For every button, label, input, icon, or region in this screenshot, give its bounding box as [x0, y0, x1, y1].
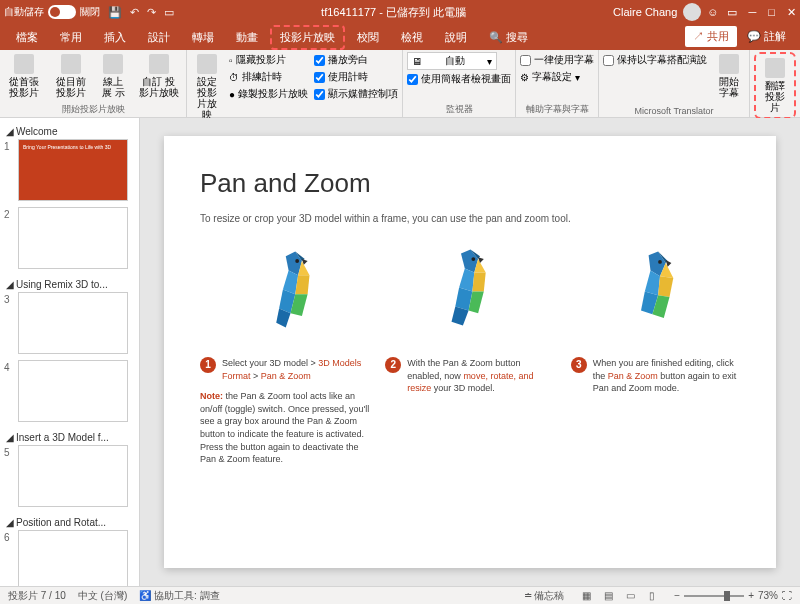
zoom-out-icon[interactable]: − [674, 590, 680, 601]
user-area[interactable]: Claire Chang ☺ [613, 3, 718, 21]
section-header[interactable]: ◢ Welcome [4, 122, 135, 139]
parrot-3d-model-1[interactable] [243, 242, 338, 337]
ribbon-tabs: 檔案 常用 插入 設計 轉場 動畫 投影片放映 校閱 檢視 說明 🔍 搜尋 ↗ … [0, 24, 800, 50]
save-icon[interactable]: 💾 [108, 6, 122, 19]
setup-button[interactable]: 設定 投影片放映 [191, 52, 223, 122]
reading-view-icon[interactable]: ▭ [620, 589, 640, 603]
slide-thumb-4[interactable] [18, 360, 128, 422]
window-controls: ▭ ─ □ ✕ [727, 6, 796, 19]
thumb-num: 5 [4, 445, 14, 458]
parrot-3d-model-2[interactable] [423, 242, 518, 337]
slide-thumb-3[interactable] [18, 292, 128, 354]
normal-view-icon[interactable]: ▦ [576, 589, 596, 603]
thumb-num: 6 [4, 530, 14, 543]
tab-insert[interactable]: 插入 [94, 25, 136, 50]
parrot-3d-model-3[interactable] [603, 242, 698, 337]
autosave-toggle[interactable]: 自動儲存 關閉 [4, 5, 100, 19]
ribbon-options-icon[interactable]: ▭ [727, 6, 737, 19]
present-online-button[interactable]: 線上展 示 [97, 52, 129, 100]
thumb-num: 4 [4, 360, 14, 373]
slide-counter[interactable]: 投影片 7 / 10 [8, 589, 66, 603]
tab-search[interactable]: 🔍 搜尋 [479, 25, 538, 50]
window-title: tf16411177 - 已儲存到 此電腦 [174, 5, 613, 20]
ribbon-group-translator: 保持以字幕搭配演說 開始 字幕 Microsoft Translator [599, 50, 750, 117]
play-current-icon [61, 54, 81, 74]
thumb-num: 3 [4, 292, 14, 305]
monitor-select[interactable]: 🖥自動▾ [407, 52, 497, 70]
section-header[interactable]: ◢ Position and Rotat... [4, 513, 135, 530]
ribbon-group-setup: 設定 投影片放映 ▫ 隱藏投影片 ⏱ 排練計時 ● 錄製投影片放映 播放旁白 使… [187, 50, 403, 117]
parrot-images [200, 242, 740, 337]
tab-design[interactable]: 設計 [138, 25, 180, 50]
slide-subtitle[interactable]: To resize or crop your 3D model within a… [200, 213, 740, 224]
zoom-slider[interactable] [684, 595, 744, 597]
toggle-switch[interactable] [48, 5, 76, 19]
group-label: 監視器 [407, 102, 511, 116]
tab-slideshow[interactable]: 投影片放映 [270, 25, 345, 50]
slideshow-view-icon[interactable]: ▯ [642, 589, 662, 603]
start-icon[interactable]: ▭ [164, 6, 174, 19]
language-indicator[interactable]: 中文 (台灣) [78, 589, 127, 603]
thumb-num: 1 [4, 139, 14, 152]
notes-button[interactable]: ≐ 備忘稿 [524, 589, 565, 603]
hide-slide-button[interactable]: ▫ 隱藏投影片 [229, 52, 308, 68]
slide-editor[interactable]: Pan and Zoom To resize or crop your 3D m… [140, 118, 800, 586]
tab-review[interactable]: 校閱 [347, 25, 389, 50]
comments-button[interactable]: 💬 註解 [739, 26, 794, 47]
ribbon-group-captions: 一律使用字幕 ⚙ 字幕設定 ▾ 輔助字幕與字幕 [516, 50, 599, 117]
presenter-view-check[interactable]: 使用簡報者檢視畫面 [407, 71, 511, 87]
play-narrations-check[interactable]: 播放旁白 [314, 52, 398, 68]
translate-slides-button[interactable]: 翻譯 投影片 [758, 56, 792, 115]
tab-help[interactable]: 說明 [435, 25, 477, 50]
close-icon[interactable]: ✕ [787, 6, 796, 19]
from-beginning-button[interactable]: 從首張 投影片 [4, 52, 45, 100]
slide-thumb-2[interactable] [18, 207, 128, 269]
ribbon-group-start: 從首張 投影片 從目前 投影片 線上展 示 自訂 投影片放映 開始投影片放映 [0, 50, 187, 117]
sorter-view-icon[interactable]: ▤ [598, 589, 618, 603]
tab-home[interactable]: 常用 [50, 25, 92, 50]
subtitle-settings-button[interactable]: ⚙ 字幕設定 ▾ [520, 69, 594, 85]
tab-file[interactable]: 檔案 [6, 25, 48, 50]
slide-thumbnails-panel[interactable]: ◢ Welcome 1Bring Your Presentations to L… [0, 118, 140, 586]
quick-access-toolbar: 💾 ↶ ↷ ▭ [108, 6, 174, 19]
redo-icon[interactable]: ↷ [147, 6, 156, 19]
use-timings-check[interactable]: 使用計時 [314, 69, 398, 85]
tab-transitions[interactable]: 轉場 [182, 25, 224, 50]
group-label: Microsoft Translator [603, 105, 745, 116]
face-icon[interactable]: ☺ [707, 6, 718, 18]
tab-view[interactable]: 檢視 [391, 25, 433, 50]
online-icon [103, 54, 123, 74]
fit-icon[interactable]: ⛶ [782, 590, 792, 601]
slide-canvas[interactable]: Pan and Zoom To resize or crop your 3D m… [164, 136, 776, 568]
slide-title[interactable]: Pan and Zoom [200, 168, 740, 199]
share-button[interactable]: ↗ 共用 [685, 26, 737, 47]
start-subtitle-button[interactable]: 開始 字幕 [713, 52, 745, 100]
step-3[interactable]: 3When you are finished editing, click th… [571, 357, 740, 466]
svg-point-8 [295, 259, 299, 263]
accessibility-status[interactable]: ♿ 協助工具: 調查 [139, 589, 219, 603]
from-current-button[interactable]: 從目前 投影片 [51, 52, 92, 100]
record-button[interactable]: ● 錄製投影片放映 [229, 86, 308, 102]
zoom-in-icon[interactable]: + [748, 590, 754, 601]
keep-source-check[interactable]: 保持以字幕搭配演說 [603, 52, 707, 68]
slide-thumb-5[interactable] [18, 445, 128, 507]
slide-thumb-1[interactable]: Bring Your Presentations to Life with 3D [18, 139, 128, 201]
main-area: ◢ Welcome 1Bring Your Presentations to L… [0, 118, 800, 586]
user-name: Claire Chang [613, 6, 677, 18]
tab-animations[interactable]: 動畫 [226, 25, 268, 50]
zoom-level[interactable]: 73% [758, 590, 778, 601]
section-header[interactable]: ◢ Using Remix 3D to... [4, 275, 135, 292]
subtitle-icon [719, 54, 739, 74]
section-header[interactable]: ◢ Insert a 3D Model f... [4, 428, 135, 445]
minimize-icon[interactable]: ─ [749, 6, 757, 19]
undo-icon[interactable]: ↶ [130, 6, 139, 19]
avatar[interactable] [683, 3, 701, 21]
step-1[interactable]: 1Select your 3D model > 3D Models Format… [200, 357, 369, 466]
maximize-icon[interactable]: □ [768, 6, 775, 19]
custom-show-button[interactable]: 自訂 投影片放映 [135, 52, 182, 100]
show-media-check[interactable]: 顯示媒體控制項 [314, 86, 398, 102]
slide-thumb-6[interactable] [18, 530, 128, 586]
step-2[interactable]: 2With the Pan & Zoom button enabled, now… [385, 357, 554, 466]
always-subtitle-check[interactable]: 一律使用字幕 [520, 52, 594, 68]
rehearse-button[interactable]: ⏱ 排練計時 [229, 69, 308, 85]
